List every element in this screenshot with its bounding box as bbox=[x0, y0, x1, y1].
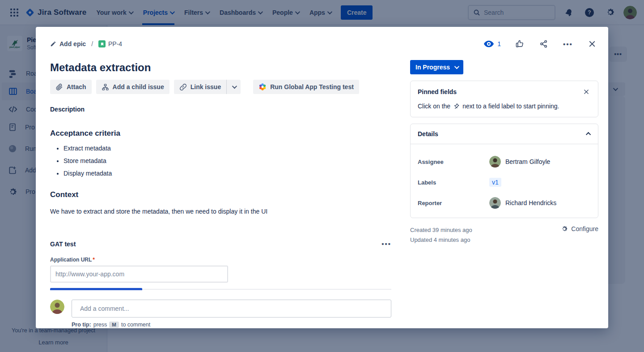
issue-detail-modal: Add epic / PP-4 1 bbox=[36, 27, 608, 328]
section-divider bbox=[50, 288, 391, 291]
required-asterisk: * bbox=[93, 257, 95, 263]
keyboard-key-m: M bbox=[109, 322, 119, 328]
reporter-value[interactable]: Richard Hendricks bbox=[489, 197, 556, 209]
story-type-icon bbox=[98, 40, 106, 47]
current-user-avatar bbox=[50, 300, 64, 314]
assignee-label: Assignee bbox=[418, 159, 489, 165]
close-icon[interactable] bbox=[587, 39, 597, 49]
add-comment-input[interactable] bbox=[72, 300, 391, 318]
assignee-field: Assignee Bertram Gilfoyle bbox=[418, 155, 591, 168]
acceptance-criteria-list: Extract metadata Store metadata Display … bbox=[64, 144, 391, 178]
chevron-up-icon bbox=[586, 132, 591, 137]
labels-field: Labels v1 bbox=[418, 176, 591, 189]
link-icon bbox=[179, 83, 187, 91]
modal-header: Add epic / PP-4 1 bbox=[36, 27, 608, 49]
comment-protip: Pro tip: press M to comment bbox=[72, 322, 391, 328]
assignee-avatar bbox=[489, 156, 501, 167]
eye-icon bbox=[484, 40, 494, 47]
pin-icon bbox=[453, 103, 460, 110]
more-actions-button[interactable]: ••• bbox=[563, 39, 573, 49]
modal-actions: 1 ••• bbox=[484, 39, 597, 49]
link-issue-button[interactable]: Link issue bbox=[174, 80, 226, 94]
reporter-label: Reporter bbox=[418, 200, 489, 206]
list-item: Store metadata bbox=[64, 157, 391, 165]
label-tag-v1[interactable]: v1 bbox=[489, 178, 501, 187]
watchers-count: 1 bbox=[497, 40, 501, 47]
issue-timestamps: Created 39 minutes ago Updated 4 minutes… bbox=[410, 225, 472, 245]
labels-label: Labels bbox=[418, 179, 489, 186]
close-icon[interactable] bbox=[582, 87, 591, 96]
details-header[interactable]: Details bbox=[411, 124, 598, 144]
context-paragraph: We have to extract and store the metadat… bbox=[50, 207, 391, 216]
issue-main-column: Metadata extraction Attach bbox=[50, 49, 391, 328]
reporter-avatar bbox=[489, 197, 501, 209]
list-item: Extract metadata bbox=[64, 144, 391, 153]
pinned-fields-hint: Click on the next to a field label to st… bbox=[418, 103, 591, 110]
pinned-fields-title: Pinned fields bbox=[418, 88, 457, 95]
details-title: Details bbox=[418, 130, 438, 137]
issue-side-column: In Progress Pinned fields Click on the bbox=[410, 49, 598, 328]
issue-title[interactable]: Metadata extraction bbox=[50, 61, 391, 74]
link-issue-dropdown[interactable] bbox=[226, 80, 241, 94]
reporter-field: Reporter Richard Hendricks bbox=[418, 196, 591, 210]
list-item: Display metadata bbox=[64, 169, 391, 178]
add-epic-button[interactable]: Add epic bbox=[50, 40, 86, 47]
breadcrumb-separator: / bbox=[89, 40, 95, 47]
pinned-fields-panel: Pinned fields Click on the next to a bbox=[410, 81, 598, 117]
child-issues-icon bbox=[102, 83, 109, 91]
configure-button[interactable]: Configure bbox=[561, 225, 598, 232]
description-heading: Description bbox=[50, 106, 391, 113]
breadcrumb: Add epic / PP-4 bbox=[50, 40, 122, 47]
chevron-down-icon bbox=[454, 64, 459, 69]
created-timestamp: Created 39 minutes ago bbox=[410, 225, 472, 235]
status-dropdown[interactable]: In Progress bbox=[410, 60, 463, 74]
updated-timestamp: Updated 4 minutes ago bbox=[410, 235, 472, 245]
paperclip-icon bbox=[55, 83, 63, 91]
chevron-down-icon bbox=[232, 84, 237, 89]
gear-icon bbox=[561, 225, 568, 232]
pencil-icon bbox=[50, 41, 56, 47]
global-app-testing-logo-icon bbox=[258, 83, 267, 91]
details-panel: Details Assignee Bertram Gilfoyle bbox=[410, 124, 598, 218]
issue-toolbar: Attach Add a child issue bbox=[50, 80, 391, 94]
application-url-label: Application URL* bbox=[50, 257, 391, 263]
application-url-input[interactable] bbox=[50, 266, 228, 283]
add-child-issue-button[interactable]: Add a child issue bbox=[96, 80, 169, 94]
link-issue-split-button: Link issue bbox=[174, 80, 241, 94]
assignee-value[interactable]: Bertram Gilfoyle bbox=[489, 156, 550, 167]
run-gat-test-button[interactable]: Run Global App Testing test bbox=[253, 80, 359, 94]
context-heading: Context bbox=[50, 190, 391, 199]
share-icon[interactable] bbox=[538, 39, 549, 49]
gat-more-button[interactable]: ••• bbox=[381, 240, 391, 248]
acceptance-criteria-heading: Acceptance criteria bbox=[50, 129, 391, 138]
progress-bar bbox=[50, 288, 142, 290]
attach-button[interactable]: Attach bbox=[50, 80, 92, 94]
gat-test-heading: GAT test bbox=[50, 240, 76, 248]
issue-key-link[interactable]: PP-4 bbox=[98, 40, 122, 47]
like-button[interactable] bbox=[514, 39, 525, 49]
watch-button[interactable]: 1 bbox=[484, 40, 501, 47]
